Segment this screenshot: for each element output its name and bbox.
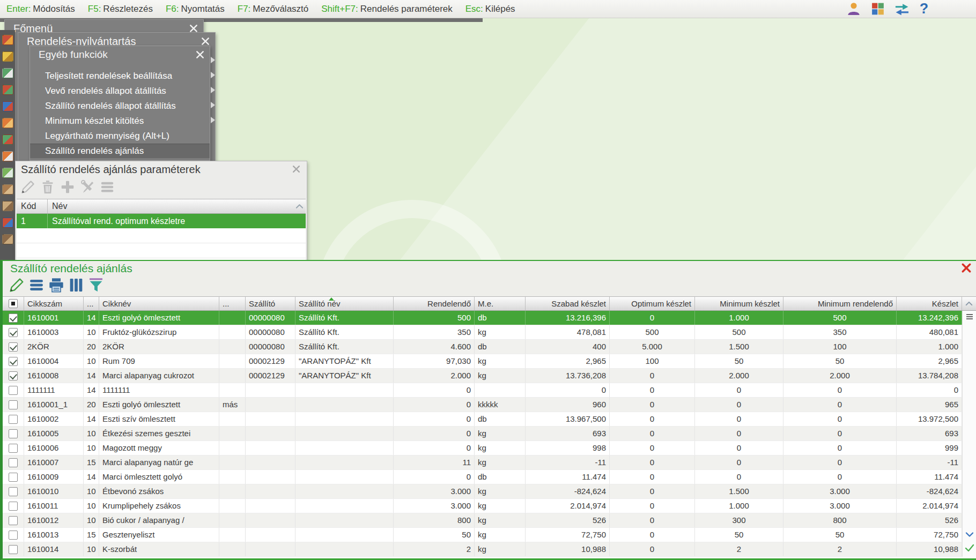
menu-item[interactable]: Teljesített rendelések beállítása	[30, 69, 210, 84]
table-row[interactable]: 161000610Magozott meggy0kg998000999	[3, 441, 976, 456]
parcel-icon[interactable]	[2, 184, 13, 195]
column-header-nev[interactable]: Név	[48, 199, 306, 213]
package-icon[interactable]	[2, 101, 13, 111]
row-checkbox[interactable]	[9, 328, 18, 337]
edit-icon[interactable]	[20, 179, 36, 195]
row-checkbox[interactable]	[9, 473, 18, 482]
column-header-me[interactable]: M.e.	[475, 297, 526, 310]
column-header-cikkszam[interactable]: Cikkszám	[24, 297, 84, 310]
close-icon[interactable]	[961, 263, 972, 273]
pie-chart-icon[interactable]	[2, 85, 13, 95]
settings-tools-icon[interactable]	[79, 179, 95, 195]
column-header-dots2[interactable]: ...	[219, 297, 246, 310]
table-row[interactable]: 161000410Rum 70900002129"ARANYTOPÁZ" Kft…	[3, 354, 976, 369]
bar-chart-icon[interactable]	[2, 135, 13, 145]
row-checkbox[interactable]	[9, 516, 18, 525]
row-checkbox[interactable]	[9, 415, 18, 424]
document-icon[interactable]	[2, 68, 13, 78]
row-checkbox[interactable]	[9, 342, 18, 352]
cart-icon[interactable]	[2, 51, 13, 62]
report-icon[interactable]	[2, 168, 13, 178]
scroll-up-icon[interactable]	[962, 297, 976, 310]
cell-me: kg	[475, 369, 526, 383]
close-icon[interactable]	[292, 165, 300, 173]
table-row[interactable]: 161000715Marci alapanyag natúr ge11kg-11…	[3, 456, 976, 470]
table-row[interactable]: 161000914Marci ömlesztett golyó0db11.474…	[3, 470, 976, 484]
column-header-szabad[interactable]: Szabad készlet	[526, 297, 610, 310]
transfer-arrows-icon[interactable]	[893, 1, 911, 17]
row-checkbox[interactable]	[9, 487, 18, 496]
filter-icon[interactable]	[87, 277, 105, 294]
row-checkbox[interactable]	[9, 371, 18, 380]
column-header-optimum[interactable]: Optimum készlet	[610, 297, 695, 310]
column-header-check[interactable]	[3, 297, 24, 310]
table-row[interactable]: 161000214Eszti szív ömlesztett0db13.967,…	[3, 412, 976, 427]
row-checkbox[interactable]	[9, 458, 18, 467]
box-icon[interactable]	[2, 118, 13, 128]
row-checkbox[interactable]	[9, 313, 18, 323]
stamp-icon[interactable]	[2, 201, 13, 211]
row-checkbox[interactable]	[9, 357, 18, 366]
table-row[interactable]: 161000814Marci alapanyag cukrozot0000212…	[3, 369, 976, 383]
row-checkbox[interactable]	[9, 531, 18, 540]
table-row[interactable]: 1111111141111111000000	[3, 383, 976, 398]
params-row[interactable]: 1 Szállítóval rend. optimum készletre	[17, 214, 306, 228]
flask-icon[interactable]	[2, 151, 13, 161]
print-icon[interactable]	[48, 277, 65, 294]
table-row[interactable]: 161001210Bió cukor / alapanyag /800kg526…	[3, 513, 976, 528]
delete-icon[interactable]	[40, 179, 56, 195]
close-icon[interactable]	[201, 37, 210, 46]
select-all-checkbox[interactable]	[9, 299, 18, 308]
menu-icon[interactable]	[28, 277, 45, 294]
table-row[interactable]: 161000310Fruktóz-glükózszirup00000080Szá…	[3, 325, 976, 340]
columns-icon[interactable]	[68, 277, 85, 294]
close-icon[interactable]	[189, 24, 198, 33]
menu-item[interactable]: Legyártható mennyiség (Alt+L)	[30, 129, 210, 144]
add-icon[interactable]	[60, 179, 76, 195]
menu-item[interactable]: Minimum készlet kitöltés	[30, 114, 210, 129]
column-header-dots1[interactable]: ...	[84, 297, 99, 310]
edit-icon[interactable]	[8, 277, 25, 294]
row-checkbox[interactable]	[9, 444, 18, 453]
user-icon[interactable]	[845, 1, 862, 17]
row-checkbox[interactable]	[9, 400, 18, 409]
cell-rendelendo: 2	[394, 542, 475, 556]
row-checkbox[interactable]	[9, 502, 18, 511]
help-icon[interactable]: ?	[918, 1, 935, 17]
table-row[interactable]: 2KÖR202KÖR00000080Szállító Kft.4.600db40…	[3, 340, 976, 354]
row-checkbox[interactable]	[9, 545, 18, 554]
table-row[interactable]: 161001410K-szorbát2kg10,98802210,988	[3, 542, 976, 557]
status-check-icon	[965, 544, 974, 552]
column-header-keszlet[interactable]: Készlet	[897, 297, 962, 310]
column-header-szallito_nev[interactable]: Szállító név	[295, 297, 394, 310]
row-checkbox[interactable]	[9, 429, 18, 438]
crate-icon[interactable]	[2, 234, 13, 244]
scroll-down-icon[interactable]	[965, 530, 974, 536]
column-header-kod[interactable]: Kód	[17, 199, 48, 213]
scrollbar[interactable]	[962, 311, 976, 557]
table-row[interactable]: 161001110Krumplipehely zsákos3.000kg2.01…	[3, 499, 976, 513]
table-row[interactable]: 161001010Étbevonó zsákos3.000kg-824,6240…	[3, 484, 976, 499]
column-header-minimum[interactable]: Minimum készlet	[695, 297, 783, 310]
menu-icon[interactable]	[99, 179, 115, 195]
table-row[interactable]: 1610001_120Eszti golyó ömlesztettmás0kkk…	[3, 398, 976, 412]
table-row[interactable]: 161000510Étkezési szemes gesztei0kg69300…	[3, 427, 976, 441]
column-header-szallito[interactable]: Szállító	[246, 297, 295, 310]
table-row[interactable]: 161001315Gesztenyeliszt50kg72,7500505072…	[3, 528, 976, 542]
fruits-basket-icon[interactable]	[2, 35, 13, 45]
cell-szallito_nev	[295, 427, 394, 440]
menu-item[interactable]: Szállító rendelés állapot átállítás	[30, 99, 210, 114]
chart-icon[interactable]	[2, 218, 13, 228]
menu-item[interactable]: Vevő rendelés állapot átállítás	[30, 84, 210, 99]
scrollbar-thumb-icon[interactable]	[965, 313, 974, 320]
column-header-cikknev[interactable]: Cikknév	[99, 297, 219, 310]
menu-item[interactable]: Szállító rendelés ajánlás	[30, 144, 210, 159]
row-checkbox[interactable]	[9, 386, 18, 395]
shortcut-label: Módosítás	[33, 4, 75, 14]
column-header-min_rend[interactable]: Minimum rendelendő	[783, 297, 897, 310]
close-icon[interactable]	[196, 50, 204, 59]
modules-grid-icon[interactable]	[869, 1, 886, 17]
scroll-up-icon[interactable]	[295, 201, 304, 207]
table-row[interactable]: 161000114Eszti golyó ömlesztett00000080S…	[3, 311, 976, 325]
column-header-rendelendo[interactable]: Rendelendő	[394, 297, 475, 310]
